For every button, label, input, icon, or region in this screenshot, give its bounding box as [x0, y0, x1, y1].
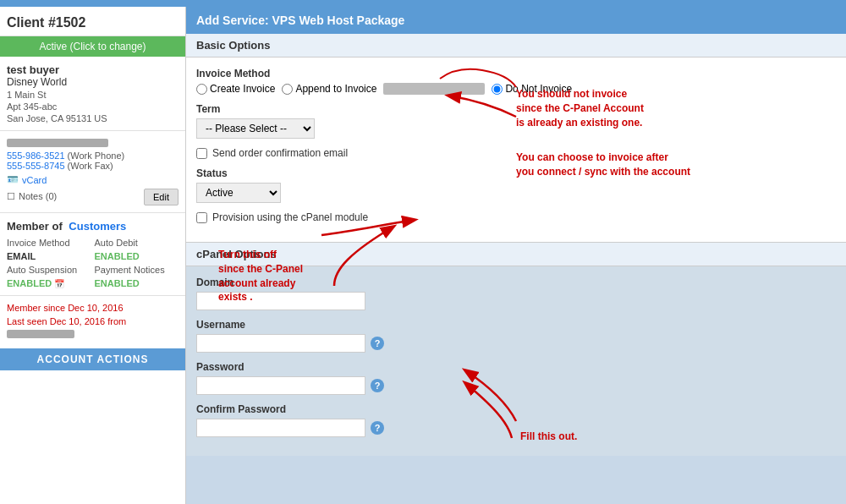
invoice-method-group: Invoice Method Create Invoice Append to … — [196, 68, 836, 95]
username-input[interactable] — [196, 334, 365, 353]
term-group: Term -- Please Select -- — [196, 103, 836, 139]
send-confirmation-group: Send order confirmation email — [196, 147, 836, 159]
create-invoice-radio-label[interactable]: Create Invoice — [196, 83, 275, 95]
cpanel-section: cPanel Options Domain Username ? — [186, 242, 846, 456]
client-company: Disney World — [7, 76, 179, 88]
username-input-group: ? — [196, 334, 836, 353]
notes-icon: ☐ — [7, 191, 15, 202]
cpanel-header: cPanel Options — [186, 242, 846, 266]
invoice-method-radios: Create Invoice Append to Invoice Do Not … — [196, 83, 836, 95]
confirm-password-input[interactable] — [196, 419, 365, 437]
client-phone-work[interactable]: 555-986-3521 (Work Phone) — [7, 151, 179, 161]
username-group: Username ? — [196, 319, 836, 353]
domain-label: Domain — [196, 277, 836, 288]
member-since: Member since Dec 10, 2016 — [7, 303, 179, 313]
payment-notices-value: ENABLED — [95, 278, 179, 288]
term-select[interactable]: -- Please Select -- — [196, 118, 315, 139]
vcard-row: 🪪 vCard — [7, 174, 179, 185]
member-section: Member of Customers Invoice Method Auto … — [0, 213, 185, 296]
password-input-group: ? — [196, 376, 836, 395]
member-title: Member of Customers — [7, 220, 179, 233]
client-email-blurred — [7, 139, 108, 147]
cpanel-form-body: Domain Username ? Password — [186, 266, 846, 456]
status-group: Status Active Suspended Terminated Cance… — [196, 167, 836, 203]
send-confirmation-text: Send order confirmation email — [212, 147, 348, 159]
ip-blurred — [7, 330, 74, 338]
send-confirmation-checkbox[interactable] — [196, 148, 207, 159]
domain-group: Domain — [196, 277, 836, 310]
last-seen: Last seen Dec 10, 2016 from — [7, 316, 179, 326]
form-body: Invoice Method Create Invoice Append to … — [186, 58, 846, 242]
client-info-section: test buyer Disney World 1 Main St Apt 34… — [0, 57, 185, 131]
member-grid: Invoice Method Auto Debit EMAIL ENABLED … — [7, 238, 179, 288]
edit-button[interactable]: Edit — [144, 189, 179, 205]
client-address3: San Jose, CA 95131 US — [7, 113, 179, 123]
password-help-button[interactable]: ? — [371, 379, 384, 392]
member-dates: Member since Dec 10, 2016 Last seen Dec … — [0, 296, 185, 348]
status-select[interactable]: Active Suspended Terminated Cancelled Pe… — [196, 183, 281, 203]
username-label: Username — [196, 319, 836, 331]
sidebar: Client #1502 Active (Click to change) te… — [0, 7, 186, 504]
active-status-button[interactable]: Active (Click to change) — [0, 36, 185, 57]
top-bar — [0, 0, 846, 7]
append-invoice-radio[interactable] — [282, 84, 293, 95]
calendar-icon: 📅 — [54, 279, 64, 288]
auto-suspension-label: Auto Suspension — [7, 265, 91, 275]
client-contact-section: 555-986-3521 (Work Phone) 555-555-8745 (… — [0, 131, 185, 213]
password-group: Password ? — [196, 361, 836, 395]
payment-notices-label: Payment Notices — [95, 265, 179, 275]
page-header: Add Service: VPS Web Host Package — [186, 7, 846, 34]
vcard-link[interactable]: vCard — [22, 175, 47, 185]
invoice-method-label: Invoice Method — [7, 238, 91, 248]
status-label: Status — [196, 167, 836, 179]
provision-label[interactable]: Provision using the cPanel module — [196, 211, 836, 223]
confirm-password-input-group: ? — [196, 419, 836, 437]
client-name: test buyer — [7, 63, 179, 76]
do-not-invoice-radio[interactable] — [492, 84, 503, 95]
username-help-button[interactable]: ? — [371, 337, 384, 350]
account-actions-section[interactable]: ACCOUNT ACTIONS — [0, 348, 185, 370]
customers-link[interactable]: Customers — [69, 220, 126, 233]
domain-input[interactable] — [196, 292, 365, 310]
client-address2: Apt 345-abc — [7, 101, 179, 112]
auto-debit-value: ENABLED — [95, 251, 179, 261]
client-address1: 1 Main St — [7, 90, 179, 100]
auto-suspension-value: ENABLED — [7, 278, 52, 288]
invoice-method-value: EMAIL — [7, 251, 91, 261]
provision-group: Provision using the cPanel module — [196, 211, 836, 223]
provision-text: Provision using the cPanel module — [212, 211, 368, 223]
provision-checkbox[interactable] — [196, 212, 207, 223]
confirm-password-label: Confirm Password — [196, 403, 836, 415]
auto-debit-label: Auto Debit — [95, 238, 179, 248]
password-label: Password — [196, 361, 836, 373]
client-title: Client #1502 — [0, 7, 185, 36]
main-content: Add Service: VPS Web Host Package Basic … — [186, 7, 846, 456]
password-input[interactable] — [196, 376, 365, 395]
basic-options-title: Basic Options — [186, 34, 846, 58]
confirm-password-group: Confirm Password ? — [196, 403, 836, 437]
do-not-invoice-radio-label[interactable]: Do Not Invoice — [492, 83, 572, 95]
append-invoice-radio-label[interactable]: Append to Invoice — [282, 83, 376, 95]
invoice-blurred-value — [383, 83, 485, 95]
create-invoice-radio[interactable] — [196, 84, 207, 95]
notes-label[interactable]: Notes (0) — [19, 191, 57, 201]
vcard-icon: 🪪 — [7, 174, 19, 185]
notes-row: ☐ Notes (0) — [7, 191, 57, 202]
term-label: Term — [196, 103, 836, 115]
invoice-method-form-label: Invoice Method — [196, 68, 836, 79]
client-phone-fax[interactable]: 555-555-8745 (Work Fax) — [7, 161, 179, 171]
send-confirmation-label[interactable]: Send order confirmation email — [196, 147, 836, 159]
confirm-password-help-button[interactable]: ? — [371, 421, 384, 435]
client-id: Client #1502 — [7, 15, 85, 30]
basic-options-section: Basic Options Invoice Method Create Invo… — [186, 34, 846, 242]
